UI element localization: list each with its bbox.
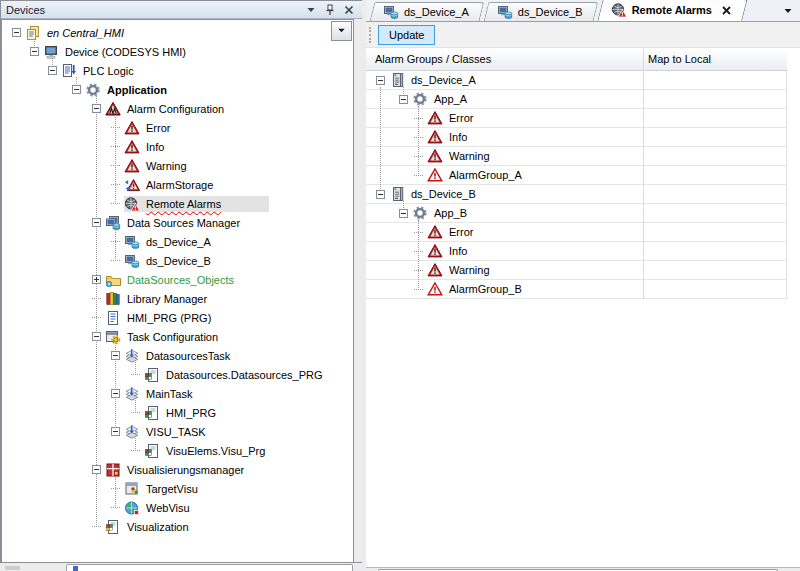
tree-item-en-central-hmi[interactable]: en Central_HMI bbox=[2, 23, 353, 42]
tree-leader-line bbox=[92, 298, 101, 299]
expander-icon[interactable] bbox=[376, 190, 385, 199]
data-source-icon bbox=[124, 234, 140, 250]
expander-icon[interactable] bbox=[376, 76, 385, 85]
program-call-icon bbox=[144, 443, 160, 459]
tree-item-ds-device-b[interactable]: ds_Device_B bbox=[2, 251, 353, 270]
tree-item-webvisu[interactable]: WebVisu bbox=[2, 498, 353, 517]
expander-icon[interactable] bbox=[72, 85, 81, 94]
tab-ds-device-a[interactable]: ds_Device_A bbox=[372, 2, 482, 21]
devices-tree-dropdown-button[interactable] bbox=[331, 21, 352, 41]
tree-item-library-manager[interactable]: Library Manager bbox=[2, 289, 353, 308]
tree-item-visu-task[interactable]: VISU_TASK bbox=[2, 422, 353, 441]
tree-item-application[interactable]: Application bbox=[2, 80, 353, 99]
alarm-group-icon bbox=[427, 281, 443, 297]
editor-panel: ds_Device_A ds_Device_B Remote Alarms Up… bbox=[366, 0, 800, 567]
tree-item-app-a[interactable]: App_A bbox=[366, 90, 786, 109]
tree-leader-line bbox=[111, 260, 120, 261]
tree-item-error[interactable]: Error bbox=[2, 118, 353, 137]
tree-item-device-codesys-hmi[interactable]: Device (CODESYS HMI) bbox=[2, 42, 353, 61]
tree-item-visualisierungsmanager[interactable]: Visualisierungsmanager bbox=[2, 460, 353, 479]
tree-item-ds-device-a[interactable]: ds_Device_A bbox=[366, 71, 786, 90]
tree-item-visualization[interactable]: Visualization bbox=[2, 517, 353, 536]
alarm-configuration-icon bbox=[105, 101, 121, 117]
expander-icon[interactable] bbox=[111, 351, 120, 360]
expander-icon[interactable] bbox=[12, 28, 21, 37]
tree-leader-line bbox=[414, 270, 423, 271]
pou-program-icon bbox=[105, 310, 121, 326]
tree-leader-line bbox=[111, 165, 120, 166]
alarm-class-icon bbox=[427, 243, 443, 259]
tree-item-visuelems-visu-prg[interactable]: VisuElems.Visu_Prg bbox=[2, 441, 353, 460]
tab-overflow-button[interactable] bbox=[780, 5, 796, 18]
editor-tab-bar: ds_Device_A ds_Device_B Remote Alarms bbox=[366, 0, 800, 22]
tree-leader-line bbox=[131, 412, 140, 413]
tree-item-alarm-configuration[interactable]: Alarm Configuration bbox=[2, 99, 353, 118]
alarm-class-icon bbox=[124, 158, 140, 174]
tree-item-error[interactable]: Error bbox=[366, 109, 786, 128]
expander-icon[interactable] bbox=[48, 66, 57, 75]
tree-leader-line bbox=[111, 507, 120, 508]
tree-item-ds-device-a[interactable]: ds_Device_A bbox=[2, 232, 353, 251]
application-icon bbox=[412, 91, 428, 107]
tree-item-app-b[interactable]: App_B bbox=[366, 204, 786, 223]
tree-item-datasources-datasources-prg[interactable]: Datasources.Datasources_PRG bbox=[2, 365, 353, 384]
tree-item-task-configuration[interactable]: Task Configuration bbox=[2, 327, 353, 346]
expander-icon[interactable] bbox=[111, 389, 120, 398]
expander-icon[interactable] bbox=[92, 275, 101, 284]
expander-icon[interactable] bbox=[92, 218, 101, 227]
tree-leader-line bbox=[414, 232, 423, 233]
tree-item-targetvisu[interactable]: TargetVisu bbox=[2, 479, 353, 498]
tree-item-datasources-objects[interactable]: DataSources_Objects bbox=[2, 270, 353, 289]
tree-leader-line bbox=[111, 203, 120, 204]
tree-item-info[interactable]: Info bbox=[366, 242, 786, 261]
expander-icon[interactable] bbox=[92, 332, 101, 341]
docked-panel-tab[interactable] bbox=[66, 564, 353, 571]
expander-icon[interactable] bbox=[30, 47, 39, 56]
visualization-manager-icon bbox=[105, 462, 121, 478]
expander-icon[interactable] bbox=[399, 95, 408, 104]
update-button[interactable]: Update bbox=[378, 25, 435, 45]
tree-item-remote-alarms[interactable]: Remote Alarms bbox=[2, 194, 353, 213]
editor-toolbar: Update bbox=[366, 22, 800, 48]
bottom-message-panel-edge bbox=[366, 567, 800, 571]
tree-item-error[interactable]: Error bbox=[366, 223, 786, 242]
tree-item-warning[interactable]: Warning bbox=[366, 261, 786, 280]
visualization-icon bbox=[105, 519, 121, 535]
devices-panel: Devices en Central_HMI Device (CODESYS H… bbox=[0, 0, 362, 563]
device-cabinet-icon bbox=[389, 72, 405, 88]
tree-item-ds-device-b[interactable]: ds_Device_B bbox=[366, 185, 786, 204]
expander-icon[interactable] bbox=[92, 465, 101, 474]
tree-item-maintask[interactable]: MainTask bbox=[2, 384, 353, 403]
tree-item-alarmstorage[interactable]: AlarmStorage bbox=[2, 175, 353, 194]
panel-close-button[interactable] bbox=[341, 3, 357, 17]
tree-item-alarmgroup-b[interactable]: AlarmGroup_B bbox=[366, 280, 786, 299]
tab-ds-device-b[interactable]: ds_Device_B bbox=[486, 2, 596, 21]
panel-menu-button[interactable] bbox=[303, 3, 319, 17]
tree-item-info[interactable]: Info bbox=[2, 137, 353, 156]
alarm-class-icon bbox=[427, 262, 443, 278]
tab-remote-alarms[interactable]: Remote Alarms bbox=[600, 0, 745, 21]
toolbar-grip[interactable] bbox=[369, 27, 374, 43]
tab-close-icon[interactable] bbox=[721, 5, 732, 16]
tree-item-plc-logic[interactable]: PLC Logic bbox=[2, 61, 353, 80]
tree-item-data-sources-manager[interactable]: Data Sources Manager bbox=[2, 213, 353, 232]
expander-icon[interactable] bbox=[399, 209, 408, 218]
tree-leader-line bbox=[414, 137, 423, 138]
panel-pin-button[interactable] bbox=[322, 3, 338, 17]
data-source-icon bbox=[124, 253, 140, 269]
expander-icon[interactable] bbox=[92, 104, 101, 113]
remote-alarms-icon bbox=[611, 2, 627, 18]
tree-item-warning[interactable]: Warning bbox=[2, 156, 353, 175]
devices-panel-header: Devices bbox=[1, 1, 362, 19]
chevron-down-icon bbox=[336, 25, 347, 38]
tree-item-alarmgroup-a[interactable]: AlarmGroup_A bbox=[366, 166, 786, 185]
tree-item-datasourcestask[interactable]: DatasourcesTask bbox=[2, 346, 353, 365]
tree-item-info[interactable]: Info bbox=[366, 128, 786, 147]
expander-icon[interactable] bbox=[111, 427, 120, 436]
program-call-icon bbox=[144, 367, 160, 383]
tree-item-warning[interactable]: Warning bbox=[366, 147, 786, 166]
document-icon bbox=[73, 566, 78, 571]
tree-leader-line bbox=[92, 317, 101, 318]
tree-item-hmi-prg-prg[interactable]: HMI_PRG (PRG) bbox=[2, 308, 353, 327]
tree-item-hmi-prg[interactable]: HMI_PRG bbox=[2, 403, 353, 422]
